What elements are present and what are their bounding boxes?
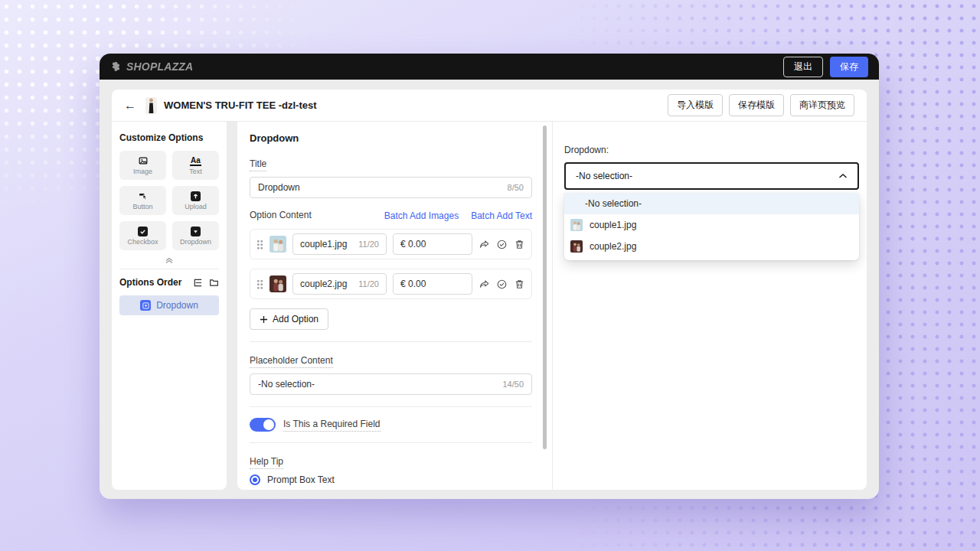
options-order-title: Options Order [119, 277, 187, 288]
checkbox-icon [138, 226, 148, 236]
option-name-input[interactable] [300, 279, 352, 289]
share-icon[interactable] [479, 279, 490, 290]
sidebar-divider [119, 269, 219, 269]
title-label: Title [250, 158, 266, 171]
option-name-input[interactable] [300, 239, 352, 249]
dropdown-icon [191, 226, 201, 236]
option-row: 11/20 [250, 269, 532, 299]
option-row: 11/20 [250, 229, 532, 259]
form-column: Dropdown Title 8/50 Option Content Batch… [237, 122, 553, 490]
plus-icon [260, 315, 268, 324]
title-input-wrap: 8/50 [250, 177, 532, 198]
sidebar: Customize Options Image Aa Text [112, 122, 227, 490]
option-name-counter: 11/20 [358, 240, 379, 249]
help-tip-label: Help Tip [250, 456, 283, 469]
save-button[interactable]: 保存 [830, 57, 868, 77]
tile-dropdown[interactable]: Dropdown [172, 221, 219, 250]
apply-check-icon[interactable] [496, 279, 508, 290]
share-icon[interactable] [479, 239, 490, 250]
customize-options-title: Customize Options [119, 132, 219, 143]
apply-check-icon[interactable] [496, 239, 508, 250]
required-field-label: Is This a Required Field [283, 419, 381, 432]
tile-upload[interactable]: Upload [172, 186, 219, 215]
tile-button[interactable]: Button [119, 186, 166, 215]
app-body: ← WOMEN'S TRU-FIT TEE -dzl-test 导入模版 保存模… [100, 80, 879, 499]
placeholder-input[interactable] [258, 379, 496, 390]
option-content-label: Option Content [250, 210, 312, 222]
title-counter: 8/50 [508, 183, 524, 192]
page-title: WOMEN'S TRU-FIT TEE -dzl-test [164, 99, 317, 111]
tile-checkbox[interactable]: Checkbox [119, 221, 166, 250]
option-price-wrap [393, 233, 472, 255]
delete-icon[interactable] [514, 239, 525, 250]
page-header: ← WOMEN'S TRU-FIT TEE -dzl-test 导入模版 保存模… [112, 90, 867, 122]
order-item-dropdown[interactable]: Dropdown [119, 295, 219, 315]
scrollbar-thumb[interactable] [543, 126, 547, 449]
menu-thumbnail-couple1 [570, 219, 583, 231]
placeholder-counter: 14/50 [502, 380, 524, 389]
menu-item-couple2[interactable]: couple2.jpg [564, 236, 859, 257]
app-window: SHOPLAZZA 退出 保存 ← WOMEN'S TRU-FIT TEE -d… [100, 54, 879, 499]
option-price-input[interactable] [400, 279, 465, 289]
option-thumbnail-couple2[interactable] [270, 276, 286, 292]
preview-detail-button[interactable]: 商详页预览 [790, 94, 854, 116]
exit-button[interactable]: 退出 [783, 57, 823, 77]
placeholder-input-wrap: 14/50 [250, 373, 532, 395]
preview-dropdown-label: Dropdown: [564, 145, 859, 155]
preview-dropdown-menu: -No selection- couple1.jpg [564, 193, 859, 260]
delete-icon[interactable] [514, 279, 525, 290]
menu-item-no-selection[interactable]: -No selection- [564, 193, 859, 214]
option-price-wrap [393, 273, 472, 295]
upload-icon [191, 191, 201, 201]
batch-add-text-link[interactable]: Batch Add Text [471, 210, 532, 221]
shoplazza-logo-icon [110, 61, 122, 73]
order-item-label: Dropdown [156, 300, 198, 311]
chevron-up-icon [838, 173, 848, 179]
title-input[interactable] [258, 182, 501, 193]
option-type-grid: Image Aa Text Button [118, 151, 220, 250]
radio-selected-icon [250, 474, 260, 485]
drag-handle-icon[interactable] [256, 279, 263, 289]
radio-prompt-box-text[interactable]: Prompt Box Text [250, 474, 532, 485]
dropdown-option-icon [140, 300, 151, 311]
save-template-button[interactable]: 保存模版 [729, 94, 784, 116]
tile-text[interactable]: Aa Text [172, 151, 219, 180]
import-template-button[interactable]: 导入模版 [668, 94, 723, 116]
tile-image[interactable]: Image [119, 151, 166, 180]
shoplazza-logo: SHOPLAZZA [110, 60, 193, 73]
image-icon [138, 155, 149, 166]
main-panel: Dropdown Title 8/50 Option Content Batch… [237, 122, 867, 490]
batch-add-images-link[interactable]: Batch Add Images [384, 210, 459, 221]
topbar: SHOPLAZZA 退出 保存 [100, 54, 879, 80]
back-arrow-icon[interactable]: ← [124, 99, 136, 112]
brand-name: SHOPLAZZA [126, 60, 193, 73]
drag-handle-icon[interactable] [256, 240, 263, 249]
option-thumbnail-couple1[interactable] [270, 236, 286, 253]
section-divider [250, 341, 532, 342]
menu-thumbnail-couple2 [570, 240, 583, 253]
button-icon [138, 191, 149, 201]
option-price-input[interactable] [400, 239, 465, 249]
order-folder-icon[interactable] [209, 278, 219, 288]
order-structure-icon[interactable] [193, 278, 203, 288]
menu-item-couple1[interactable]: couple1.jpg [564, 214, 859, 236]
required-field-toggle[interactable] [250, 418, 276, 432]
option-name-counter: 11/20 [358, 279, 379, 289]
section-divider [250, 406, 532, 407]
option-name-wrap: 11/20 [292, 273, 387, 295]
section-divider [250, 442, 532, 443]
add-option-button[interactable]: Add Option [250, 308, 328, 330]
option-name-wrap: 11/20 [292, 233, 387, 255]
preview-select[interactable]: -No selection- [564, 162, 859, 190]
placeholder-label: Placeholder Content [250, 355, 333, 368]
text-icon: Aa [190, 155, 201, 166]
collapse-icon[interactable] [118, 256, 220, 264]
form-heading: Dropdown [250, 132, 532, 144]
preview-select-value: -No selection- [576, 171, 838, 181]
product-thumbnail [145, 97, 157, 114]
preview-column: Dropdown: -No selection- -No selection- [553, 122, 867, 490]
